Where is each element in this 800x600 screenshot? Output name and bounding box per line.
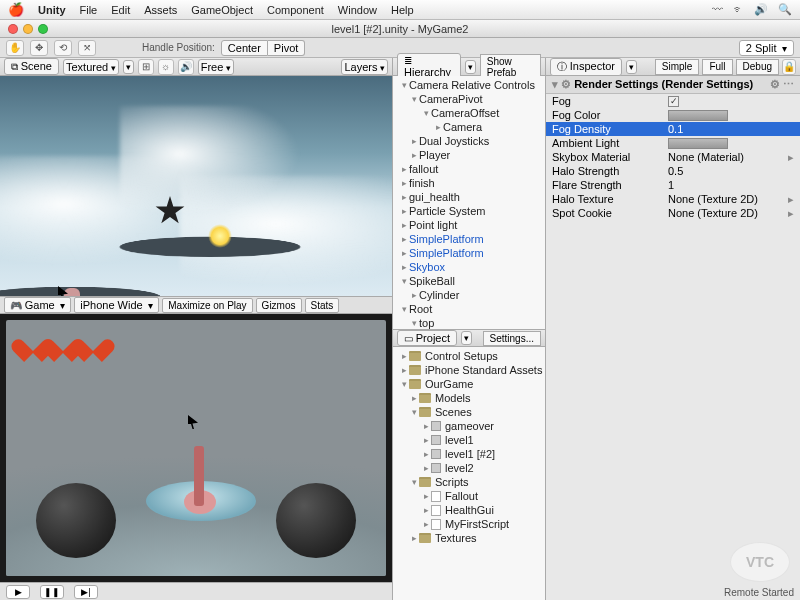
project-item[interactable]: ▸gameover [393, 419, 545, 433]
inspector-lock-icon[interactable]: 🔒 [782, 59, 796, 75]
hierarchy-item[interactable]: ▾Camera Relative Controls [393, 78, 545, 92]
inspector-property-row[interactable]: Flare Strength1 [546, 178, 800, 192]
speaker-icon[interactable]: 🔊 [754, 3, 768, 16]
app-menu[interactable]: Unity [38, 4, 66, 16]
apple-menu-icon[interactable]: 🍎 [8, 2, 24, 17]
project-item[interactable]: ▾Scenes [393, 405, 545, 419]
menu-window[interactable]: Window [338, 4, 377, 16]
hand-tool-button[interactable]: ✋ [6, 40, 24, 56]
gizmos-toggle[interactable]: Gizmos [256, 298, 302, 313]
handle-center-button[interactable]: Center [221, 40, 268, 56]
menu-file[interactable]: File [80, 4, 98, 16]
hierarchy-item[interactable]: ▸Point light [393, 218, 545, 232]
spotlight-icon[interactable]: 🔍 [778, 3, 792, 16]
project-item[interactable]: ▸HealthGui [393, 503, 545, 517]
inspector-full-button[interactable]: Full [702, 59, 732, 75]
hierarchy-item[interactable]: ▾CameraPivot [393, 92, 545, 106]
project-item[interactable]: ▸iPhone Standard Assets [393, 363, 545, 377]
menu-component[interactable]: Component [267, 4, 324, 16]
hierarchy-item[interactable]: ▸SimplePlatform [393, 232, 545, 246]
hierarchy-item[interactable]: ▸gui_health [393, 190, 545, 204]
project-item[interactable]: ▾OurGame [393, 377, 545, 391]
hierarchy-item[interactable]: ▾top [393, 316, 545, 329]
menu-edit[interactable]: Edit [111, 4, 130, 16]
hierarchy-menu-dropdown[interactable]: ▾ [465, 60, 476, 74]
play-button[interactable]: ▶ [6, 585, 30, 599]
menu-help[interactable]: Help [391, 4, 414, 16]
inspector-tab[interactable]: ⓘ Inspector [550, 58, 622, 76]
inspector-property-row[interactable]: Fog✓ [546, 94, 800, 108]
hierarchy-item[interactable]: ▸Skybox [393, 260, 545, 274]
project-item[interactable]: ▸MyFirstScript [393, 517, 545, 531]
hierarchy-item[interactable]: ▸Player [393, 148, 545, 162]
wifi-icon[interactable]: ᯤ [733, 3, 744, 16]
menu-gameobject[interactable]: GameObject [191, 4, 253, 16]
scene-lighting-toggle[interactable]: ☼ [158, 59, 174, 75]
menu-assets[interactable]: Assets [144, 4, 177, 16]
project-item[interactable]: ▸Textures [393, 531, 545, 545]
game-view[interactable] [6, 320, 386, 576]
hierarchy-item[interactable]: ▸finish [393, 176, 545, 190]
project-tree[interactable]: ▸Control Setups▸iPhone Standard Assets▾O… [393, 347, 545, 600]
hierarchy-item[interactable]: ▸Particle System [393, 204, 545, 218]
component-options-icon[interactable]: ⚙ ⋯ [770, 78, 794, 91]
wave-icon[interactable]: 〰 [712, 3, 723, 16]
inspector-property-row[interactable]: Halo Strength0.5 [546, 164, 800, 178]
game-tab[interactable]: 🎮 Game ▾ [4, 297, 71, 313]
hierarchy-item[interactable]: ▸Cylinder [393, 288, 545, 302]
project-item[interactable]: ▸Control Setups [393, 349, 545, 363]
project-item[interactable]: ▸level1 [#2] [393, 447, 545, 461]
hierarchy-tree[interactable]: ▾Camera Relative Controls▾CameraPivot▾Ca… [393, 76, 545, 329]
inspector-property-row[interactable]: Halo TextureNone (Texture 2D) ▸ [546, 192, 800, 206]
scene-free-dropdown[interactable]: Free ▾ [198, 59, 234, 75]
inspector-property-row[interactable]: Skybox MaterialNone (Material) ▸ [546, 150, 800, 164]
rendermode-dropdown[interactable]: ▾ [123, 60, 134, 74]
right-joystick[interactable] [276, 483, 356, 558]
hierarchy-item[interactable]: ▸fallout [393, 162, 545, 176]
project-tab[interactable]: ▭ Project [397, 330, 457, 346]
layout-dropdown[interactable]: 2 Split ▾ [739, 40, 794, 56]
inspector-menu-dropdown[interactable]: ▾ [626, 60, 637, 74]
hierarchy-item[interactable]: ▸SimplePlatform [393, 246, 545, 260]
project-item[interactable]: ▸level2 [393, 461, 545, 475]
checkbox[interactable]: ✓ [668, 96, 679, 107]
color-swatch[interactable] [668, 138, 728, 149]
left-joystick[interactable] [36, 483, 116, 558]
maximize-on-play-button[interactable]: Maximize on Play [162, 298, 252, 313]
scene-toggle-1[interactable]: ⊞ [138, 59, 154, 75]
shading-mode-dropdown[interactable]: Textured ▾ [63, 59, 119, 75]
inspector-property-row[interactable]: Fog Density0.1 [546, 122, 800, 136]
scene-tab[interactable]: ⧉ Scene [4, 58, 59, 75]
layers-dropdown[interactable]: Layers ▾ [341, 59, 388, 75]
scene-audio-toggle[interactable]: 🔊 [178, 59, 194, 75]
hierarchy-item[interactable]: ▸Camera [393, 120, 545, 134]
project-item[interactable]: ▸Models [393, 391, 545, 405]
hierarchy-item[interactable]: ▾SpikeBall [393, 274, 545, 288]
hierarchy-item[interactable]: ▾Root [393, 302, 545, 316]
inspector-component-header[interactable]: ▾ ⚙ Render Settings (Render Settings) ⚙ … [546, 76, 800, 94]
point-light-gizmo[interactable] [208, 224, 232, 248]
handle-pivot-button[interactable]: Pivot [268, 40, 305, 56]
inspector-debug-button[interactable]: Debug [736, 59, 779, 75]
project-menu-dropdown[interactable]: ▾ [461, 331, 472, 345]
step-button[interactable]: ▶| [74, 585, 98, 599]
pause-button[interactable]: ❚❚ [40, 585, 64, 599]
project-item[interactable]: ▸Fallout [393, 489, 545, 503]
scene-view[interactable] [0, 76, 392, 296]
inspector-property-row[interactable]: Spot CookieNone (Texture 2D) ▸ [546, 206, 800, 220]
inspector-property-row[interactable]: Fog Color [546, 108, 800, 122]
move-tool-button[interactable]: ✥ [30, 40, 48, 56]
project-settings-button[interactable]: Settings... [483, 331, 541, 346]
hierarchy-item[interactable]: ▸Dual Joysticks [393, 134, 545, 148]
inspector-simple-button[interactable]: Simple [655, 59, 700, 75]
rotate-tool-button[interactable]: ⟲ [54, 40, 72, 56]
scale-tool-button[interactable]: ⤧ [78, 40, 96, 56]
project-item[interactable]: ▾Scripts [393, 475, 545, 489]
player-mesh[interactable] [64, 288, 80, 296]
aspect-dropdown[interactable]: iPhone Wide ▾ [74, 297, 159, 313]
hierarchy-item[interactable]: ▾CameraOffset [393, 106, 545, 120]
inspector-property-row[interactable]: Ambient Light [546, 136, 800, 150]
stats-toggle[interactable]: Stats [305, 298, 340, 313]
project-item[interactable]: ▸level1 [393, 433, 545, 447]
color-swatch[interactable] [668, 110, 728, 121]
